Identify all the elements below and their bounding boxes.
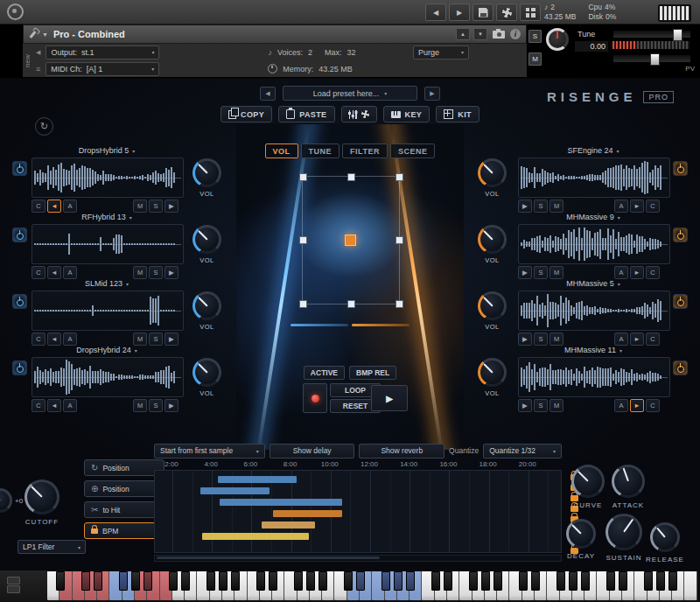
paste-button[interactable]: PASTE	[278, 106, 334, 122]
piano-key-black[interactable]	[569, 571, 578, 591]
a-button[interactable]: A	[63, 399, 77, 412]
minimize-button[interactable]: ▲	[456, 28, 470, 40]
seq-position-button[interactable]: ⊕Position	[84, 480, 164, 497]
timeline-scrollbar[interactable]	[154, 555, 562, 562]
mute-button[interactable]: M	[550, 399, 564, 412]
play-button[interactable]: ▶	[518, 200, 532, 213]
power-button[interactable]	[673, 228, 688, 242]
piano-key-black[interactable]	[306, 571, 315, 591]
piano-key-black[interactable]	[444, 571, 452, 591]
piano-key-black[interactable]	[131, 571, 140, 591]
mixer-settings-button[interactable]	[341, 106, 377, 122]
tune-value[interactable]: 0.00	[574, 40, 609, 52]
volume-knob[interactable]	[192, 225, 221, 254]
keyboard-option-button-1[interactable]	[7, 577, 20, 584]
piano-key-black[interactable]	[494, 571, 502, 591]
xy-handle[interactable]	[299, 173, 307, 181]
piano-key-black[interactable]	[382, 571, 390, 591]
piano-key-white[interactable]	[684, 571, 696, 600]
piano-key-black[interactable]	[481, 571, 490, 591]
c-button[interactable]: C	[32, 332, 46, 346]
volume-knob[interactable]	[478, 358, 507, 387]
piano-key-black[interactable]	[181, 571, 190, 591]
piano-key-black[interactable]	[144, 571, 152, 591]
solo-button[interactable]: S	[534, 399, 548, 412]
timeline-clip[interactable]	[220, 499, 342, 506]
timeline-scrollbar-handle[interactable]	[157, 556, 380, 559]
solo-button[interactable]: S	[534, 266, 548, 279]
seq-bpm-button[interactable]: BPM	[84, 522, 164, 539]
nav-forward-button[interactable]: ▶	[449, 4, 470, 21]
c-button[interactable]: C	[646, 200, 660, 213]
workspace-button[interactable]	[520, 4, 541, 21]
aux-knob[interactable]	[0, 488, 12, 513]
reverse-button[interactable]: ◄	[47, 399, 61, 412]
snapshot-camera-icon[interactable]	[493, 31, 505, 38]
expand-button[interactable]: ▼	[473, 28, 487, 40]
orange-morph-slider[interactable]	[352, 324, 410, 326]
play-button[interactable]: ▶	[164, 332, 178, 346]
volume-knob[interactable]	[192, 291, 221, 320]
copy-button[interactable]: COPY	[220, 106, 272, 122]
piano-key-black[interactable]	[269, 571, 277, 591]
waveform-display[interactable]	[518, 290, 670, 331]
piano-key-black[interactable]	[556, 571, 565, 591]
instrument-title-bar[interactable]: ▼ Pro - Combined ▲ ▼ i	[23, 24, 527, 44]
play-button[interactable]: ▶	[518, 399, 532, 412]
nav-back-button[interactable]: ◀	[425, 4, 446, 21]
tab-tune[interactable]: TUNE	[301, 144, 340, 158]
piano-key-black[interactable]	[318, 571, 327, 591]
a-button[interactable]: A	[614, 266, 628, 279]
mute-button[interactable]: M	[528, 52, 542, 66]
midi-channel-dropdown[interactable]: MIDI Ch: [A] 1 ▾	[46, 62, 159, 76]
collapse-icon[interactable]: ◀	[36, 49, 40, 56]
tab-vol[interactable]: VOL	[265, 144, 298, 158]
volume-slider[interactable]	[612, 30, 691, 38]
power-button[interactable]	[12, 161, 27, 176]
mute-button[interactable]: M	[550, 332, 564, 346]
xy-handle[interactable]	[396, 300, 403, 308]
piano-key-black[interactable]	[656, 571, 665, 591]
power-button[interactable]	[12, 294, 27, 309]
play-button[interactable]: ▶	[164, 266, 178, 279]
envelope-knob-attack[interactable]	[612, 465, 645, 498]
wrench-icon[interactable]	[29, 31, 36, 38]
reverse-button[interactable]: ►	[630, 200, 644, 213]
piano-key-black[interactable]	[119, 571, 128, 591]
start-mode-dropdown[interactable]: Start from first sample ▾	[154, 444, 265, 458]
xy-center-handle[interactable]	[345, 234, 356, 246]
play-button[interactable]: ▶	[164, 399, 178, 412]
piano-key-black[interactable]	[256, 571, 265, 591]
piano-key-black[interactable]	[519, 571, 528, 591]
key-mode-button[interactable]: KEY	[383, 106, 430, 122]
reverse-button[interactable]: ►	[630, 399, 644, 412]
reverse-button[interactable]: ◄	[47, 200, 61, 213]
timeline-grid[interactable]	[154, 470, 562, 553]
a-button[interactable]: A	[614, 200, 628, 213]
seq-to-hit-button[interactable]: ✂to Hit	[84, 501, 164, 518]
solo-button[interactable]: S	[534, 200, 548, 213]
timeline-clip[interactable]	[218, 476, 297, 483]
c-button[interactable]: C	[32, 266, 46, 279]
c-button[interactable]: C	[32, 200, 46, 213]
play-button[interactable]: ▶	[518, 266, 532, 279]
show-reverb-button[interactable]: Show reverb	[359, 444, 444, 458]
preset-dropdown[interactable]: Load preset here... ▾	[283, 86, 417, 101]
power-button[interactable]	[673, 360, 688, 375]
piano-key-black[interactable]	[644, 571, 653, 591]
xy-handle[interactable]	[396, 173, 403, 181]
reverse-button[interactable]: ◄	[47, 266, 61, 279]
pan-slider-handle[interactable]	[650, 53, 660, 66]
piano-key-black[interactable]	[606, 571, 615, 591]
refresh-button[interactable]: ↻	[35, 117, 53, 136]
mute-button[interactable]: M	[550, 266, 564, 279]
xy-handle[interactable]	[347, 300, 355, 308]
xy-handle[interactable]	[396, 236, 403, 244]
preset-prev-button[interactable]: ◀	[260, 87, 276, 101]
piano-key-black[interactable]	[169, 571, 178, 591]
output-dropdown[interactable]: Output: st.1 ▾	[46, 46, 159, 60]
xy-handle[interactable]	[299, 236, 307, 244]
power-button[interactable]	[12, 360, 27, 375]
sample-name-dropdown[interactable]: MHMassive 5▾	[518, 278, 668, 289]
piano-key-black[interactable]	[406, 571, 415, 591]
